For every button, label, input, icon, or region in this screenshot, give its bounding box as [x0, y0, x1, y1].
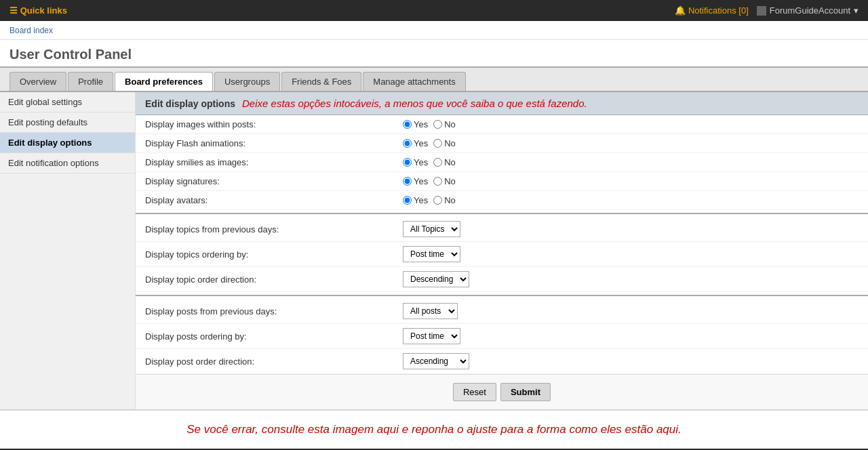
form-row-posts-ordering: Display posts ordering by: Post time Sub… — [136, 324, 868, 349]
control-images: Yes No — [403, 119, 456, 129]
radio-smilies-no-label[interactable]: No — [433, 157, 456, 167]
form-row-posts-days: Display posts from previous days: All po… — [136, 299, 868, 324]
submit-button[interactable]: Submit — [500, 383, 551, 401]
submit-row: Reset Submit — [136, 374, 868, 409]
quick-links[interactable]: ☰ Quick links — [9, 5, 67, 16]
notifications-link[interactable]: 🔔 Notifications [0] — [675, 5, 749, 16]
radio-images-yes[interactable] — [403, 120, 412, 129]
page-header: User Control Panel — [0, 40, 868, 68]
hamburger-icon: ☰ — [9, 5, 20, 16]
radio-avatars-yes[interactable] — [403, 196, 412, 205]
label-signatures: Display signatures: — [145, 176, 403, 186]
radio-flash: Yes No — [403, 138, 456, 148]
form-row-avatars: Display avatars: Yes No — [136, 191, 868, 210]
radio-smilies-yes[interactable] — [403, 158, 412, 167]
control-post-direction: Ascending Descending — [403, 353, 469, 369]
radio-smilies-no[interactable] — [433, 158, 442, 167]
radio-signatures-yes-label[interactable]: Yes — [403, 176, 428, 186]
radio-signatures-no-label[interactable]: No — [433, 176, 456, 186]
bell-icon: 🔔 — [675, 5, 688, 16]
radio-images-no-label[interactable]: No — [433, 119, 456, 129]
tabs-bar: Overview Profile Board preferences Userg… — [0, 68, 868, 92]
control-topics-days: All Topics 1 Day 7 Days 2 Weeks 1 Month … — [403, 221, 460, 237]
tab-board-preferences[interactable]: Board preferences — [115, 72, 213, 91]
label-topics-ordering: Display topics ordering by: — [145, 249, 403, 260]
control-posts-days: All posts 1 Day 7 Days 2 Weeks 1 Month — [403, 303, 458, 319]
label-smilies: Display smilies as images: — [145, 157, 403, 167]
radio-avatars-no[interactable] — [433, 196, 442, 205]
radio-avatars-no-label[interactable]: No — [433, 195, 456, 205]
radio-images-no[interactable] — [433, 120, 442, 129]
radio-signatures: Yes No — [403, 176, 456, 186]
tab-manage-attachments[interactable]: Manage attachments — [363, 72, 465, 91]
tab-overview[interactable]: Overview — [9, 72, 66, 91]
sidebar-item-global-settings[interactable]: Edit global settings — [0, 92, 135, 112]
select-topics-ordering[interactable]: Post time Subject Author Replies Views — [403, 246, 460, 262]
label-avatars: Display avatars: — [145, 195, 403, 205]
form-row-images: Display images within posts: Yes No — [136, 115, 868, 134]
navbar: ☰ Quick links 🔔 Notifications [0] ForumG… — [0, 0, 868, 21]
radio-avatars: Yes No — [403, 195, 456, 205]
reset-button[interactable]: Reset — [453, 383, 496, 401]
content-panel: Edit display options Deixe estas opções … — [136, 92, 868, 409]
control-smilies: Yes No — [403, 157, 456, 167]
radio-smilies: Yes No — [403, 157, 456, 167]
section-title: Edit display options — [145, 98, 235, 109]
radio-flash-yes[interactable] — [403, 139, 412, 148]
select-posts-ordering[interactable]: Post time Subject Author — [403, 328, 460, 344]
account-menu[interactable]: ForumGuideAccount ▾ — [757, 5, 859, 16]
control-posts-ordering: Post time Subject Author — [403, 328, 460, 344]
radio-images: Yes No — [403, 119, 456, 129]
breadcrumb-board-index[interactable]: Board index — [9, 26, 53, 35]
radio-signatures-no[interactable] — [433, 177, 442, 186]
breadcrumb-bar: Board index — [0, 21, 868, 40]
label-images: Display images within posts: — [145, 119, 403, 129]
radio-images-yes-label[interactable]: Yes — [403, 119, 428, 129]
select-topics-days[interactable]: All Topics 1 Day 7 Days 2 Weeks 1 Month … — [403, 221, 460, 237]
tab-friends-foes[interactable]: Friends & Foes — [281, 72, 361, 91]
label-topics-days: Display topics from previous days: — [145, 224, 403, 234]
form-row-signatures: Display signatures: Yes No — [136, 172, 868, 191]
page-title: User Control Panel — [9, 47, 859, 62]
section-divider-1 — [136, 213, 868, 214]
control-topics-ordering: Post time Subject Author Replies Views — [403, 246, 460, 262]
label-posts-days: Display posts from previous days: — [145, 306, 403, 316]
label-posts-ordering: Display posts ordering by: — [145, 331, 403, 342]
form-row-topics-days: Display topics from previous days: All T… — [136, 217, 868, 242]
tab-profile[interactable]: Profile — [68, 72, 113, 91]
radio-smilies-yes-label[interactable]: Yes — [403, 157, 428, 167]
sidebar: Edit global settings Edit posting defaul… — [0, 92, 136, 409]
form-row-flash: Display Flash animations: Yes No — [136, 134, 868, 153]
section-header: Edit display options Deixe estas opções … — [136, 92, 868, 115]
select-post-direction[interactable]: Ascending Descending — [403, 353, 469, 369]
select-topic-direction[interactable]: Descending Ascending — [403, 271, 469, 287]
sidebar-item-display-options[interactable]: Edit display options — [0, 133, 135, 153]
control-topic-direction: Descending Ascending — [403, 271, 469, 287]
label-flash: Display Flash animations: — [145, 138, 403, 148]
label-topic-direction: Display topic order direction: — [145, 274, 403, 285]
form-row-topics-ordering: Display topics ordering by: Post time Su… — [136, 242, 868, 267]
sidebar-item-notification-options[interactable]: Edit notification options — [0, 153, 135, 173]
right-nav: 🔔 Notifications [0] ForumGuideAccount ▾ — [675, 5, 859, 16]
bottom-warning-banner: Se você errar, consulte esta imagem aqui… — [0, 410, 868, 449]
radio-flash-no[interactable] — [433, 139, 442, 148]
account-icon — [757, 6, 766, 16]
tab-usergroups[interactable]: Usergroups — [214, 72, 280, 91]
control-avatars: Yes No — [403, 195, 456, 205]
select-posts-days[interactable]: All posts 1 Day 7 Days 2 Weeks 1 Month — [403, 303, 458, 319]
radio-flash-no-label[interactable]: No — [433, 138, 456, 148]
main-content: Edit global settings Edit posting defaul… — [0, 92, 868, 410]
radio-avatars-yes-label[interactable]: Yes — [403, 195, 428, 205]
bottom-warning-text: Se você errar, consulte esta imagem aqui… — [186, 423, 682, 436]
radio-signatures-yes[interactable] — [403, 177, 412, 186]
form-row-smilies: Display smilies as images: Yes No — [136, 153, 868, 172]
section-divider-2 — [136, 295, 868, 296]
label-post-direction: Display post order direction: — [145, 356, 403, 367]
radio-flash-yes-label[interactable]: Yes — [403, 138, 428, 148]
form-row-post-direction: Display post order direction: Ascending … — [136, 349, 868, 374]
section-warning: Deixe estas opções intocáveis, a menos q… — [242, 98, 587, 109]
control-flash: Yes No — [403, 138, 456, 148]
sidebar-item-posting-defaults[interactable]: Edit posting defaults — [0, 112, 135, 133]
control-signatures: Yes No — [403, 176, 456, 186]
form-row-topic-direction: Display topic order direction: Descendin… — [136, 267, 868, 292]
